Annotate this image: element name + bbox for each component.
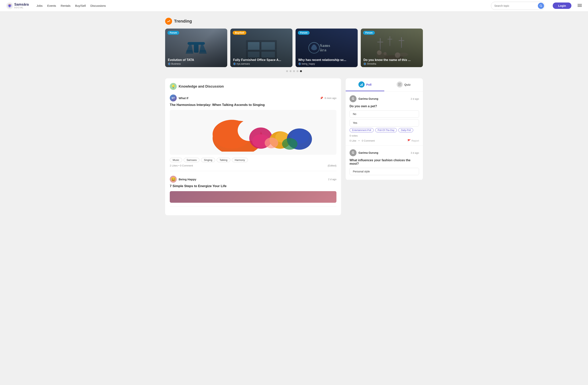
quiz-tab-icon	[397, 81, 403, 88]
dot-4[interactable]	[296, 70, 298, 72]
trending-card-3[interactable]: Sams āra Forum Why has recent relationsh…	[295, 29, 358, 67]
post-header-2: 😄 Being Happy 2 d ago	[170, 176, 336, 183]
poll-tab-icon	[358, 81, 365, 88]
post-image-2	[170, 191, 336, 203]
svg-point-1	[9, 5, 11, 7]
nav-buysell[interactable]: Buy/Sell	[75, 4, 86, 7]
poll-option-yes[interactable]: Yes	[350, 119, 419, 126]
harmony-image	[173, 113, 333, 152]
hamburger-menu-icon[interactable]	[578, 3, 582, 8]
post-meta-right-2: 2 d ago	[328, 178, 336, 181]
header: Samsāra SOCIAL Jobs Events Rentals Buy/S…	[0, 0, 588, 12]
card-bottom-2: Fully Furnished Office Space A... 👤 riya…	[230, 56, 293, 67]
nav-rentals[interactable]: Rentals	[61, 4, 71, 7]
search-input[interactable]	[494, 4, 537, 7]
poll-tag-daily-poll[interactable]: Daily-Poll	[398, 128, 413, 132]
tag-harmony[interactable]: Harmony	[232, 158, 248, 162]
poll-separator-1: •	[359, 139, 359, 142]
post-image-area	[170, 110, 336, 155]
logo[interactable]: Samsāra SOCIAL	[6, 2, 29, 9]
post-author-info-1: W? What If	[170, 95, 188, 101]
poll-option-personal-style[interactable]: Personal style	[350, 168, 419, 175]
poll-report-1[interactable]: 🚩 Report	[407, 139, 419, 142]
poll-like-comment-1: 0 Like • 0 Comment	[350, 139, 375, 142]
poll-tag-entertainment[interactable]: Entertainment-Poll	[350, 128, 374, 132]
right-panel: Poll Quiz	[346, 78, 423, 215]
post-avatar-2: 😄	[170, 176, 177, 183]
tag-samsara[interactable]: Samsara	[184, 158, 199, 162]
main-content: Trending Forum	[159, 12, 429, 215]
svg-point-43	[282, 138, 297, 150]
search-button[interactable]	[538, 3, 544, 9]
poll-time-2: 3 d ago	[411, 151, 419, 154]
poll-votes-1: 0 votes	[350, 134, 419, 137]
post-author-info-2: 😄 Being Happy	[170, 176, 196, 183]
card-badge-3: Forum	[298, 31, 310, 35]
poll-avatar-2: G	[350, 149, 357, 156]
poll-tags-1: Entertainment-Poll Poll-Of-The-Day Daily…	[350, 128, 419, 132]
tag-music[interactable]: Music	[170, 158, 182, 162]
poll-footer-1: 0 Like • 0 Comment 🚩 Report	[350, 139, 419, 142]
tab-poll-label: Poll	[366, 83, 372, 86]
card-bottom-3: Why has recent relationship sc... 👤 bein…	[295, 56, 358, 67]
poll-author-name-1: Garima Gurung	[358, 97, 378, 100]
tag-talking[interactable]: Talking	[217, 158, 230, 162]
trending-card-1[interactable]: Forum Evolution of TATA 👤 Business	[165, 29, 227, 67]
poll-comments-1: 0 Comment	[362, 139, 375, 142]
quiz-icon	[398, 83, 401, 86]
poll-likes-1: 0 Like	[350, 139, 356, 142]
logo-sub: SOCIAL	[14, 7, 29, 9]
card-author-4: 👤 Shrestha	[363, 62, 420, 65]
dot-1[interactable]	[286, 70, 288, 72]
section-title: Knowledge and Discussion	[179, 84, 224, 89]
trending-card-2[interactable]: Buy/Sell Fully Furnished Office Space A.…	[230, 29, 293, 67]
main-nav: Jobs Events Rentals Buy/Sell Discussions	[37, 4, 106, 7]
search-bar	[491, 2, 545, 10]
poll-icon	[360, 83, 363, 86]
svg-rect-47	[362, 83, 363, 86]
dot-5[interactable]	[300, 70, 302, 72]
trending-card-4[interactable]: Forum Do you know the name of this ... 👤…	[361, 29, 423, 67]
card-title-4: Do you know the name of this ...	[363, 58, 420, 62]
svg-point-2	[540, 5, 542, 6]
post-meta-right-1: 📌 8 mon ago	[320, 97, 336, 100]
tab-poll[interactable]: Poll	[346, 78, 384, 91]
post-time-1: 8 mon ago	[325, 97, 336, 100]
post-title-2[interactable]: 7 Simple Steps to Energize Your Life	[170, 184, 336, 188]
card-title-1: Evolution of TATA	[168, 58, 225, 62]
post-card-1: W? What If 📌 8 mon ago The Harmonious In…	[170, 95, 336, 171]
tab-quiz-label: Quiz	[404, 83, 411, 86]
post-likes-1: 2 Likes • 0 Comment	[170, 164, 193, 167]
login-button[interactable]: Login	[553, 2, 571, 9]
dot-3[interactable]	[293, 70, 295, 72]
poll-tag-poll-of-the-day[interactable]: Poll-Of-The-Day	[375, 128, 397, 132]
post-avatar-1: W?	[170, 95, 177, 101]
poll-question-2: What influences your fashion choices the…	[350, 159, 419, 165]
post-title-1[interactable]: The Harmonious Interplay: When Talking A…	[170, 103, 336, 107]
card-title-3: Why has recent relationship sc...	[298, 58, 355, 62]
right-tabs: Poll Quiz	[346, 78, 423, 91]
poll-time-1: 2 d ago	[411, 97, 419, 100]
card-bottom-1: Evolution of TATA 👤 Business	[165, 56, 227, 67]
tab-quiz[interactable]: Quiz	[384, 78, 423, 91]
poll-item-1: G Garima Gurung 2 d ago Do you own a pet…	[346, 91, 423, 145]
poll-option-no[interactable]: No	[350, 110, 419, 118]
poll-author-row-2: G Garima Gurung 3 d ago	[350, 149, 419, 156]
logo-icon	[6, 2, 13, 9]
card-badge-4: Forum	[363, 31, 375, 35]
nav-events[interactable]: Events	[47, 4, 56, 7]
right-card: Poll Quiz	[346, 78, 423, 180]
dot-2[interactable]	[290, 70, 292, 72]
section-header: 💡 Knowledge and Discussion	[170, 83, 336, 90]
poll-item-2: G Garima Gurung 3 d ago What influences …	[346, 145, 423, 180]
trending-header: Trending	[165, 18, 423, 25]
tag-singing[interactable]: Singing	[201, 158, 215, 162]
svg-rect-45	[360, 85, 361, 86]
post-edited-1: (Edited)	[328, 164, 336, 167]
nav-discussions[interactable]: Discussions	[90, 4, 106, 7]
tags-row-1: Music Samsara Singing Talking Harmony	[170, 158, 336, 162]
svg-rect-46	[361, 84, 362, 86]
left-panel: 💡 Knowledge and Discussion W? What If 📌 …	[165, 78, 341, 215]
nav-jobs[interactable]: Jobs	[37, 4, 43, 7]
poll-avatar-1: G	[350, 95, 357, 102]
